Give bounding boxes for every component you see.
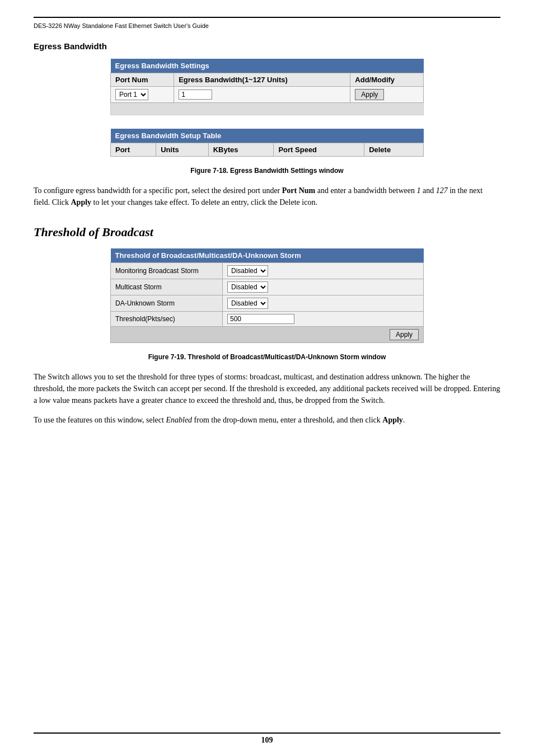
broadcast-label-2: DA-Unknown Storm <box>111 295 223 312</box>
setup-col-kbytes: KBytes <box>208 143 274 157</box>
egress-data-row: Port 1 Apply <box>111 87 424 103</box>
broadcast-label-1: Multicast Storm <box>111 279 223 295</box>
broadcast-row-3: Threshold(Pkts/sec) <box>111 312 424 327</box>
broadcast-row-0: Monitoring Broadcast Storm Disabled Enab… <box>111 263 424 279</box>
broadcast-table-wrapper: Threshold of Broadcast/Multicast/DA-Unkn… <box>34 248 500 349</box>
egress-settings-header: Egress Bandwidth Settings <box>111 59 424 73</box>
egress-settings-wrapper: Egress Bandwidth Settings Port Num Egres… <box>34 59 500 121</box>
setup-col-delete: Delete <box>364 143 424 157</box>
header-text: DES-3226 NWay Standalone Fast Ethernet S… <box>34 22 209 29</box>
col-port-num: Port Num <box>111 73 174 87</box>
broadcast-value-2[interactable]: Disabled Enabled <box>223 295 424 312</box>
bandwidth-input[interactable] <box>179 90 212 100</box>
monitoring-broadcast-select[interactable]: Disabled Enabled <box>227 265 268 276</box>
setup-col-port: Port <box>111 143 156 157</box>
broadcast-figure-caption: Figure 7-19. Threshold of Broadcast/Mult… <box>34 353 500 361</box>
col-egress-bandwidth: Egress Bandwidth(1~127 Units) <box>174 73 350 87</box>
broadcast-description-1: The Switch allows you to set the thresho… <box>34 371 500 406</box>
egress-setup-col-row: Port Units KBytes Port Speed Delete <box>111 143 424 157</box>
threshold-input[interactable] <box>227 314 294 324</box>
port-num-cell[interactable]: Port 1 <box>111 87 174 103</box>
broadcast-apply-cell[interactable]: Apply <box>111 327 424 343</box>
egress-settings-table: Egress Bandwidth Settings Port Num Egres… <box>110 59 424 115</box>
bandwidth-value-cell[interactable] <box>174 87 350 103</box>
page: DES-3226 NWay Standalone Fast Ethernet S… <box>0 0 534 756</box>
egress-bandwidth-section: Egress Bandwidth Egress Bandwidth Settin… <box>34 41 500 208</box>
bottom-border <box>34 732 500 734</box>
egress-setup-header: Egress Bandwidth Setup Table <box>111 129 424 143</box>
broadcast-settings-table: Threshold of Broadcast/Multicast/DA-Unkn… <box>110 248 424 343</box>
top-border: DES-3226 NWay Standalone Fast Ethernet S… <box>34 17 500 30</box>
da-unknown-storm-select[interactable]: Disabled Enabled <box>227 298 268 309</box>
broadcast-value-0[interactable]: Disabled Enabled <box>223 263 424 279</box>
broadcast-header: Threshold of Broadcast/Multicast/DA-Unkn… <box>111 248 424 263</box>
egress-apply-button[interactable]: Apply <box>355 89 384 100</box>
broadcast-label-3: Threshold(Pkts/sec) <box>111 312 223 327</box>
egress-col-header-row: Port Num Egress Bandwidth(1~127 Units) A… <box>111 73 424 87</box>
multicast-storm-select[interactable]: Disabled Enabled <box>227 281 268 293</box>
egress-striped-cell <box>111 103 424 115</box>
threshold-broadcast-section: Threshold of Broadcast Threshold of Broa… <box>34 225 500 426</box>
egress-setup-table: Egress Bandwidth Setup Table Port Units … <box>110 129 424 157</box>
egress-settings-header-row: Egress Bandwidth Settings <box>111 59 424 73</box>
apply-cell[interactable]: Apply <box>350 87 424 103</box>
broadcast-label-0: Monitoring Broadcast Storm <box>111 263 223 279</box>
egress-bandwidth-title: Egress Bandwidth <box>34 41 500 51</box>
broadcast-value-1[interactable]: Disabled Enabled <box>223 279 424 295</box>
egress-striped-row <box>111 103 424 115</box>
page-number: 109 <box>0 736 534 745</box>
setup-col-port-speed: Port Speed <box>274 143 364 157</box>
broadcast-apply-row: Apply <box>111 327 424 343</box>
col-add-modify: Add/Modify <box>350 73 424 87</box>
broadcast-description-2: To use the features on this window, sele… <box>34 414 500 426</box>
broadcast-apply-button[interactable]: Apply <box>390 329 419 340</box>
egress-figure-caption: Figure 7-18. Egress Bandwidth Settings w… <box>34 167 500 175</box>
egress-setup-wrapper: Egress Bandwidth Setup Table Port Units … <box>34 129 500 162</box>
egress-description: To configure egress bandwidth for a spec… <box>34 185 500 208</box>
egress-setup-header-row: Egress Bandwidth Setup Table <box>111 129 424 143</box>
broadcast-value-3[interactable] <box>223 312 424 327</box>
broadcast-row-2: DA-Unknown Storm Disabled Enabled <box>111 295 424 312</box>
setup-col-units: Units <box>156 143 208 157</box>
broadcast-row-1: Multicast Storm Disabled Enabled <box>111 279 424 295</box>
port-num-select[interactable]: Port 1 <box>115 89 148 100</box>
broadcast-header-row: Threshold of Broadcast/Multicast/DA-Unkn… <box>111 248 424 263</box>
threshold-broadcast-title: Threshold of Broadcast <box>34 225 500 240</box>
